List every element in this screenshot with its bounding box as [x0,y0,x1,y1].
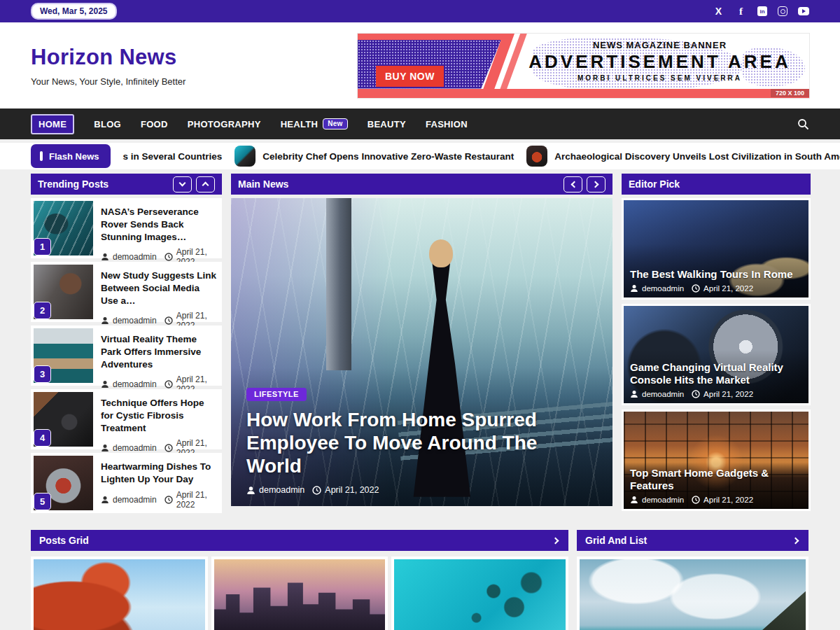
trending-post-2[interactable]: 2 New Study Suggests Link Between Social… [31,262,222,322]
author-icon [630,496,638,504]
author-icon [101,380,109,388]
new-badge: New [323,118,347,130]
ad-banner[interactable]: NEWS MAGAZINE BANNER ADVERTISEMENT AREA … [358,34,809,98]
nav-item-beauty[interactable]: BEAUTY [368,119,406,130]
search-icon[interactable] [797,118,809,130]
trending-post-5[interactable]: 5 Heartwarming Dishes To Lighten Up Your… [31,453,222,513]
pause-icon [40,151,43,161]
posts-grid-header: Posts Grid [31,530,568,551]
x-icon[interactable]: X [713,6,724,18]
editor-pick-list: The Best Walking Tours In Rome demoadmin… [622,198,811,511]
ticker-item[interactable]: Archaeological Discovery Unveils Lost Ci… [526,146,840,167]
grid-and-list-header: Grid And List [577,530,808,551]
nav-item-fashion[interactable]: FASHION [426,119,468,130]
site-header: Horizon News Your News, Your Style, Infi… [0,22,840,108]
facebook-icon[interactable]: f [735,6,747,18]
nav-item-blog[interactable]: BLOG [94,119,121,130]
nav-item-food[interactable]: FOOD [141,119,168,130]
nav-item-home[interactable]: HOME [31,114,74,134]
prev-slide-button[interactable] [564,176,582,192]
social-links: X f in [713,6,809,18]
nav-item-photography[interactable]: PHOTOGRAPHY [188,119,261,130]
editor-pick-post-2[interactable]: Game Changing Virtual Reality Console Hi… [622,304,811,405]
clock-icon [164,444,173,452]
rank-badge: 2 [34,302,51,319]
trending-post-3[interactable]: 3 Virtual Reality Theme Park Offers Imme… [31,326,222,386]
ad-line3: MORBI ULTRICES SEM VIVERRA [519,74,801,82]
ticker-thumbnail [526,146,547,167]
section-title: Trending Posts [38,178,108,190]
ad-line1: NEWS MAGAZINE BANNER [519,40,801,50]
rank-badge: 4 [34,429,51,447]
main-news-column: Main News LIFESTYLE How Work From Home S… [231,174,612,506]
trending-post-1[interactable]: 1 NASA’s Perseverance Rover Sends Back S… [31,198,222,258]
ticker-item[interactable]: Celebrity Chef Opens Innovative Zero-Was… [234,146,514,167]
clock-icon [164,253,173,261]
author-icon [246,486,255,495]
editor-pick-column: Editor Pick The Best Walking Tours In Ro… [622,174,811,511]
main-nav: HOME BLOG FOOD PHOTOGRAPHY HEALTH New BE… [0,108,840,139]
bottom-sections: Posts Grid Grid And List [0,530,840,630]
grid-list-thumbnail[interactable] [577,556,808,630]
scroll-up-button[interactable] [196,176,215,192]
ticker-item[interactable]: s in Several Countries [123,151,223,162]
youtube-icon[interactable] [798,7,809,15]
author-icon [101,444,109,452]
post-thumbnail: 2 [34,265,93,319]
post-meta: demoadmin April 21, 2022 [101,490,218,510]
trending-post-4[interactable]: 4 Technique Offers Hope for Cystic Fibro… [31,389,222,449]
ad-size-label: 720 X 100 [771,89,809,97]
featured-article[interactable]: LIFESTYLE How Work From Home Spurred Emp… [231,198,612,506]
top-bar: Wed, Mar 5, 2025 X f in [0,0,840,22]
post-title: New Study Suggests Link Between Social M… [101,270,218,307]
clock-icon [164,316,173,325]
nav-item-health[interactable]: HEALTH New [281,118,348,130]
posts-grid-items [31,556,568,630]
ad-bottom-stripe: 720 X 100 [358,89,809,98]
woman-head [429,239,453,267]
post-thumbnail: 5 [34,456,93,510]
grid-post-thumbnail[interactable] [391,556,568,630]
trending-posts-list: 1 NASA’s Perseverance Rover Sends Back S… [31,198,222,513]
brand: Horizon News Your News, Your Style, Infi… [31,45,186,87]
instagram-icon[interactable] [778,6,788,16]
post-title: Top Smart Home Gadgets & Features [630,467,802,493]
linkedin-icon[interactable]: in [757,6,767,16]
ad-line2: ADVERTISEMENT AREA [519,51,801,73]
post-title: Heartwarming Dishes To Lighten Up Your D… [101,461,218,486]
section-title: Main News [238,178,288,190]
clock-icon [164,496,173,504]
buy-now-button[interactable]: BUY NOW [376,66,444,87]
category-badge[interactable]: LIFESTYLE [246,388,307,401]
site-tagline: Your News, Your Style, Infinitely Better [31,76,186,87]
posts-grid-section: Posts Grid [31,530,568,630]
ad-text: NEWS MAGAZINE BANNER ADVERTISEMENT AREA … [519,40,801,82]
post-thumbnail: 3 [34,328,93,383]
featured-overlay: LIFESTYLE How Work From Home Spurred Emp… [246,387,597,495]
clock-icon [312,486,321,495]
trending-posts-header: Trending Posts [31,174,222,195]
site-logo[interactable]: Horizon News [31,45,186,70]
chevron-right-icon[interactable] [552,537,559,544]
bridge-pylon [326,198,351,370]
trending-posts-column: Trending Posts 1 NASA’s Perseverance Rov… [31,174,222,513]
scroll-down-button[interactable] [173,176,192,192]
chevron-right-icon[interactable] [792,537,799,544]
post-thumbnail: 4 [34,392,93,447]
post-title: Game Changing Virtual Reality Console Hi… [630,361,802,388]
clock-icon [164,380,173,388]
author-icon [101,496,109,504]
next-slide-button[interactable] [587,176,606,192]
grid-post-thumbnail[interactable] [31,556,208,630]
author-icon [630,390,638,398]
featured-title: How Work From Home Spurred Employee To M… [246,408,597,477]
editor-pick-header: Editor Pick [622,174,811,195]
section-title: Posts Grid [39,535,89,546]
ad-top-stripe [358,34,508,40]
post-title: The Best Walking Tours In Rome [630,268,802,281]
flash-news-label: Flash News [31,144,111,168]
editor-pick-post-3[interactable]: Top Smart Home Gadgets & Features demoad… [622,410,811,511]
editor-pick-post-1[interactable]: The Best Walking Tours In Rome demoadmin… [622,198,811,300]
ticker-thumbnail [234,146,255,167]
grid-post-thumbnail[interactable] [211,556,388,630]
